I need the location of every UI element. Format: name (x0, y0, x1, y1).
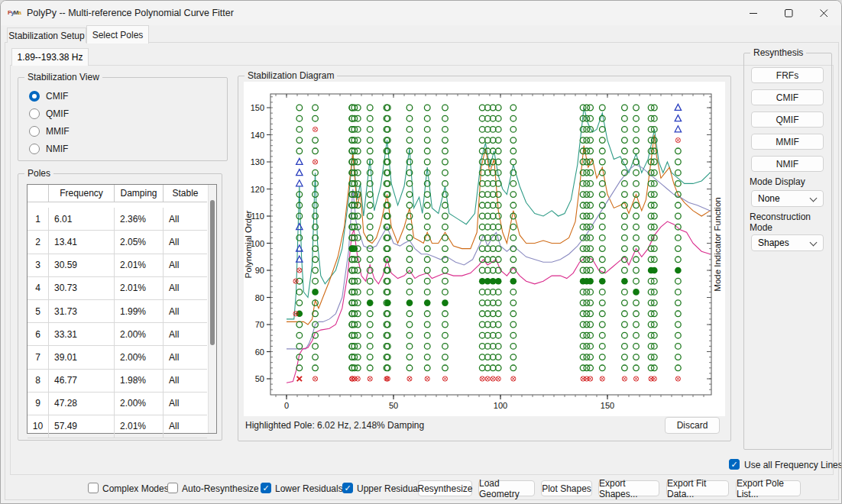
pole-cell[interactable]: 30.59 (49, 254, 115, 277)
selected-pole-marker (599, 278, 606, 285)
main-tabs: Stabilization SetupSelect Poles (1, 25, 841, 43)
use-all-frequency-lines-checkbox[interactable]: ✓ (729, 459, 740, 470)
export-pole-list-button[interactable]: Export Pole List... (736, 480, 801, 496)
pole-cell[interactable]: 31.73 (49, 300, 115, 323)
svg-text:90: 90 (255, 266, 264, 275)
selected-pole-marker (495, 278, 502, 285)
pole-cell[interactable]: 57.49 (49, 415, 115, 438)
highlighted-pole-text: Highlighted Pole: 6.02 Hz, 2.148% Dampin… (245, 420, 424, 431)
tab-frequency-range[interactable]: 1.89--193.38 Hz (11, 48, 89, 66)
svg-text:50: 50 (389, 401, 398, 410)
minimize-button[interactable] (736, 1, 771, 25)
selected-pole-marker (587, 278, 594, 285)
poles-header-stable: Stable (164, 185, 207, 202)
export-fit-data-button[interactable]: Export Fit Data... (666, 480, 729, 496)
scrollbar-thumb[interactable] (210, 200, 215, 345)
pole-cell[interactable]: 2.05% (115, 231, 164, 254)
pole-cell[interactable]: All (164, 393, 207, 415)
lower-residuals-checkbox[interactable]: ✓ (261, 483, 271, 493)
svg-text:150: 150 (251, 103, 264, 112)
plot-shapes-button[interactable]: Plot Shapes (541, 480, 592, 496)
tab-select-poles[interactable]: Select Poles (86, 25, 149, 44)
pole-row-index[interactable]: 6 (28, 323, 49, 346)
pole-cell[interactable]: All (164, 208, 207, 231)
tab-stabilization-setup[interactable]: Stabilization Setup (7, 27, 86, 43)
pole-row-index[interactable]: 7 (28, 346, 49, 369)
pole-cell[interactable]: All (164, 323, 207, 346)
mode-display-select[interactable]: None (751, 190, 824, 207)
pole-cell[interactable]: All (164, 277, 207, 300)
pole-cell[interactable]: 6.01 (49, 208, 115, 231)
radio-mmif[interactable] (29, 126, 40, 137)
pole-cell[interactable]: 30.73 (49, 277, 115, 300)
discard-button[interactable]: Discard (665, 417, 720, 434)
resynthesis-cmif-button[interactable]: CMIF (751, 89, 824, 105)
mode-display-value: None (758, 193, 780, 204)
svg-text:150: 150 (601, 401, 614, 410)
svg-text:0: 0 (284, 401, 289, 410)
pole-cell[interactable]: 2.01% (115, 254, 164, 277)
pole-row-index[interactable]: 5 (28, 300, 49, 323)
pole-cell[interactable]: 2.01% (115, 415, 164, 438)
load-geometry-button[interactable]: Load Geometry (478, 480, 535, 496)
svg-text:50: 50 (255, 374, 264, 383)
pole-row-index[interactable]: 8 (28, 370, 49, 393)
app-window: PyMa PolyPy -- Multi-reference Polynomia… (0, 0, 842, 504)
pole-cell[interactable]: All (164, 231, 207, 254)
pole-cell[interactable]: 2.00% (115, 393, 164, 415)
complex-modes-checkbox[interactable] (88, 483, 99, 493)
pole-row-index[interactable]: 4 (28, 277, 49, 300)
svg-text:120: 120 (251, 185, 264, 194)
pole-cell[interactable]: 2.01% (115, 277, 164, 300)
pole-cell[interactable]: 2.00% (115, 323, 164, 346)
pole-cell[interactable]: 13.41 (49, 231, 115, 254)
export-shapes-button[interactable]: Export Shapes... (598, 480, 659, 496)
pole-cell[interactable]: 39.01 (49, 346, 115, 369)
radio-cmif[interactable] (29, 91, 40, 102)
pole-row-index[interactable]: 1 (28, 208, 49, 231)
pole-cell[interactable]: 2.36% (115, 208, 164, 231)
resynthesis-mmif-button[interactable]: MMIF (751, 134, 824, 150)
selected-pole-marker (633, 289, 640, 296)
resynthesis-label: Resynthesis (750, 47, 806, 58)
selected-pole-marker (442, 299, 449, 306)
pole-cell[interactable]: All (164, 300, 207, 323)
pole-cell[interactable]: 1.99% (115, 300, 164, 323)
pole-cell[interactable]: All (164, 254, 207, 277)
reconstruction-mode-select[interactable]: Shapes (751, 234, 824, 251)
poles-header-index (28, 185, 49, 202)
resynthesis-qmif-button[interactable]: QMIF (751, 111, 824, 128)
pole-row-index[interactable]: 3 (28, 254, 49, 277)
resynthesis-frfs-button[interactable]: FRFs (751, 67, 824, 83)
pole-row-index[interactable]: 9 (28, 393, 49, 415)
pole-cell[interactable]: 47.28 (49, 393, 115, 415)
window-title: PolyPy -- Multi-reference Polynomial Cur… (27, 1, 234, 25)
pole-cell[interactable]: All (164, 370, 207, 393)
app-icon: PyMa (8, 8, 23, 18)
pole-row-index[interactable]: 2 (28, 231, 49, 254)
titlebar[interactable]: PyMa PolyPy -- Multi-reference Polynomia… (1, 1, 841, 25)
pole-cell[interactable]: All (164, 346, 207, 369)
upper-residuals-checkbox[interactable]: ✓ (342, 483, 353, 493)
resynthesize-button[interactable]: Resynthesize (418, 480, 472, 496)
close-button[interactable] (806, 1, 841, 25)
stabilization-plot[interactable]: 5060708090100110120130140150050100150Pol… (244, 82, 725, 416)
poles-table[interactable]: FrequencyDampingStable16.012.36%All213.4… (27, 184, 217, 434)
pole-row-index[interactable]: 10 (28, 415, 49, 438)
complex-modes-label: Complex Modes (102, 483, 169, 494)
resynthesis-nmif-button[interactable]: NMIF (751, 156, 824, 172)
svg-text:110: 110 (251, 212, 264, 221)
pole-cell[interactable]: 2.00% (115, 346, 164, 369)
poles-header-frequency: Frequency (49, 185, 115, 202)
maximize-button[interactable] (771, 1, 806, 25)
radio-qmif[interactable] (29, 108, 40, 119)
pole-cell[interactable]: 33.31 (49, 323, 115, 346)
pole-cell[interactable]: All (164, 415, 207, 438)
svg-text:130: 130 (251, 157, 264, 166)
pole-cell[interactable]: 46.77 (49, 370, 115, 393)
pole-cell[interactable]: 1.98% (115, 370, 164, 393)
poles-table-scrollbar[interactable] (208, 185, 216, 433)
selected-pole-marker (621, 278, 628, 285)
radio-nmif[interactable] (29, 144, 40, 154)
auto-resynthesize-checkbox[interactable] (167, 483, 178, 493)
